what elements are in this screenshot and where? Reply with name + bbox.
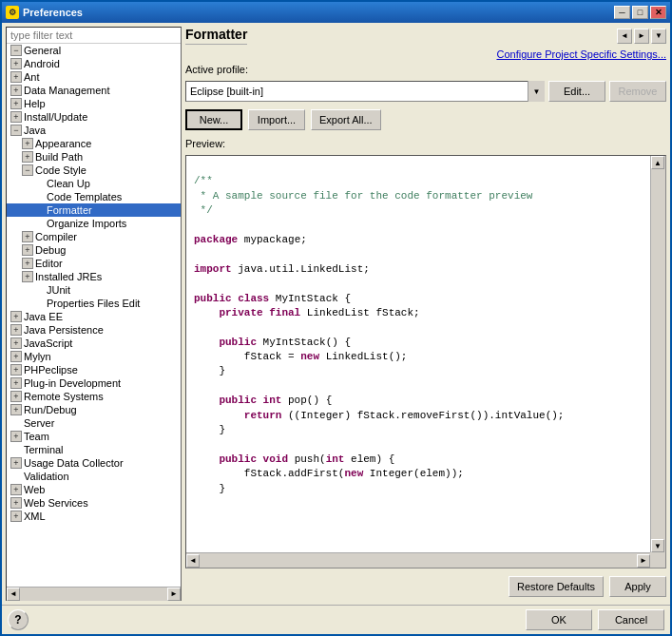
tree-item-terminal[interactable]: Terminal: [7, 443, 181, 456]
tree-panel: −General+Android+Ant+Data Management+Hel…: [6, 27, 182, 601]
ok-button[interactable]: OK: [526, 609, 592, 630]
tree-item-javascript[interactable]: +JavaScript: [7, 337, 181, 350]
expander-remote-systems[interactable]: +: [10, 391, 22, 402]
expander-plug-in-dev[interactable]: +: [10, 377, 22, 389]
tree-item-prop-files[interactable]: Properties Files Edit: [7, 297, 181, 310]
expander-web[interactable]: +: [10, 484, 22, 495]
expander-build-path[interactable]: +: [22, 151, 33, 163]
new-button[interactable]: New...: [185, 109, 242, 130]
expander-installed-jres[interactable]: +: [22, 271, 33, 282]
expander-appearance[interactable]: +: [22, 138, 33, 149]
expander-web-services[interactable]: +: [10, 497, 22, 509]
tree-item-debug[interactable]: +Debug: [7, 243, 181, 257]
configure-project-link[interactable]: Configure Project Specific Settings...: [496, 48, 666, 60]
tree-label-formatter: Formatter: [47, 204, 92, 216]
tree-item-code-style[interactable]: −Code Style: [7, 164, 181, 177]
expander-run-debug[interactable]: +: [10, 404, 22, 415]
tree-item-compiler[interactable]: +Compiler: [7, 230, 181, 243]
tree-item-appearance[interactable]: +Appearance: [7, 137, 181, 150]
tree-label-plug-in-dev: Plug-in Development: [24, 377, 121, 389]
minimize-button[interactable]: ─: [614, 6, 630, 19]
tree-item-remote-systems[interactable]: +Remote Systems: [7, 390, 181, 403]
tree-content: −General+Android+Ant+Data Management+Hel…: [7, 44, 181, 587]
nav-forward-button[interactable]: ►: [634, 29, 649, 44]
expander-general[interactable]: −: [10, 45, 22, 56]
expander-code-style[interactable]: −: [22, 164, 33, 176]
tree-label-data-mgmt: Data Management: [24, 85, 110, 96]
apply-button[interactable]: Apply: [609, 576, 666, 597]
tree-item-java[interactable]: −Java: [7, 124, 181, 137]
expander-javascript[interactable]: +: [10, 337, 22, 349]
nav-dropdown-button[interactable]: ▼: [651, 29, 666, 44]
help-button[interactable]: ?: [8, 609, 29, 630]
tree-item-junit[interactable]: JUnit: [7, 283, 181, 297]
tree-item-server[interactable]: Server: [7, 416, 181, 430]
expander-usage-data[interactable]: +: [10, 457, 22, 469]
tree-item-team[interactable]: +Team: [7, 430, 181, 443]
horizontal-scrollbar[interactable]: ◄ ►: [7, 587, 181, 600]
remove-button[interactable]: Remove: [609, 81, 666, 102]
expander-debug[interactable]: +: [22, 244, 33, 256]
tree-item-java-persistence[interactable]: +Java Persistence: [7, 323, 181, 337]
edit-button[interactable]: Edit...: [548, 81, 605, 102]
export-all-button[interactable]: Export All...: [311, 109, 381, 130]
expander-data-mgmt[interactable]: +: [10, 85, 22, 96]
tree-item-usage-data[interactable]: +Usage Data Collector: [7, 456, 181, 470]
tree-item-build-path[interactable]: +Build Path: [7, 150, 181, 164]
expander-compiler[interactable]: +: [22, 231, 33, 242]
tree-item-installed-jres[interactable]: +Installed JREs: [7, 270, 181, 283]
profile-select[interactable]: Eclipse [built-in]: [185, 81, 545, 102]
restore-button[interactable]: □: [632, 6, 648, 19]
expander-install-update[interactable]: +: [10, 111, 22, 123]
expander-help[interactable]: +: [10, 98, 22, 109]
expander-java[interactable]: −: [10, 125, 22, 136]
tree-item-general[interactable]: −General: [7, 44, 181, 57]
tree-item-editor[interactable]: +Editor: [7, 257, 181, 270]
horizontal-scrollbar-preview[interactable]: ◄ ►: [186, 552, 650, 568]
expander-phpeclipse[interactable]: +: [10, 364, 22, 376]
tree-item-organize-imports[interactable]: Organize Imports: [7, 217, 181, 230]
tree-item-java-ee[interactable]: +Java EE: [7, 310, 181, 323]
restore-defaults-button[interactable]: Restore Defaults: [509, 576, 604, 597]
tree-item-help[interactable]: +Help: [7, 97, 181, 110]
tree-item-code-templates[interactable]: Code Templates: [7, 190, 181, 203]
tree-item-plug-in-dev[interactable]: +Plug-in Development: [7, 376, 181, 390]
tree-item-android[interactable]: +Android: [7, 57, 181, 70]
expander-editor[interactable]: +: [22, 258, 33, 269]
expander-java-ee[interactable]: +: [10, 311, 22, 322]
scroll-down-button[interactable]: ▼: [651, 539, 664, 552]
tree-item-xml[interactable]: +XML: [7, 510, 181, 523]
tree-item-validation[interactable]: Validation: [7, 470, 181, 483]
tree-item-data-mgmt[interactable]: +Data Management: [7, 84, 181, 97]
preview-area[interactable]: /** * A sample source file for the code …: [185, 155, 666, 569]
expander-android[interactable]: +: [10, 58, 22, 69]
tree-item-clean-up[interactable]: Clean Up: [7, 177, 181, 190]
scroll-left-preview-button[interactable]: ◄: [186, 554, 200, 568]
tree-item-web[interactable]: +Web: [7, 483, 181, 496]
tree-label-javascript: JavaScript: [24, 337, 72, 349]
expander-mylyn[interactable]: +: [10, 351, 22, 362]
tree-item-phpeclipse[interactable]: +PHPeclipse: [7, 363, 181, 376]
tree-item-run-debug[interactable]: +Run/Debug: [7, 403, 181, 416]
cancel-button[interactable]: Cancel: [598, 609, 664, 630]
scroll-left-button[interactable]: ◄: [7, 588, 20, 601]
tree-label-install-update: Install/Update: [24, 111, 87, 123]
expander-java-persistence[interactable]: +: [10, 324, 22, 336]
main-area: −General+Android+Ant+Data Management+Hel…: [2, 23, 670, 605]
tree-item-ant[interactable]: +Ant: [7, 70, 181, 84]
scroll-right-preview-button[interactable]: ►: [637, 554, 650, 568]
vertical-scrollbar[interactable]: ▲ ▼: [650, 156, 665, 552]
filter-input[interactable]: [7, 28, 181, 44]
tree-item-formatter[interactable]: Formatter: [7, 203, 181, 217]
close-button[interactable]: ✕: [650, 6, 666, 19]
import-button[interactable]: Import...: [248, 109, 305, 130]
tree-item-install-update[interactable]: +Install/Update: [7, 110, 181, 124]
tree-item-web-services[interactable]: +Web Services: [7, 496, 181, 510]
tree-item-mylyn[interactable]: +Mylyn: [7, 350, 181, 363]
nav-back-button[interactable]: ◄: [617, 29, 632, 44]
expander-ant[interactable]: +: [10, 71, 22, 83]
scroll-right-button[interactable]: ►: [167, 588, 181, 601]
scroll-up-button[interactable]: ▲: [651, 156, 664, 169]
expander-team[interactable]: +: [10, 431, 22, 442]
expander-xml[interactable]: +: [10, 511, 22, 522]
